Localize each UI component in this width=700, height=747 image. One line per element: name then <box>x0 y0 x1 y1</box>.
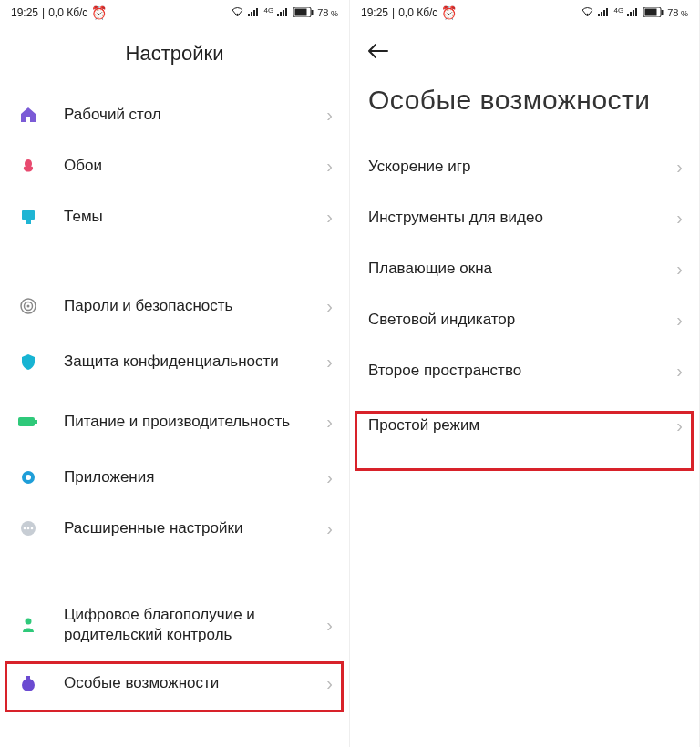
row-label: Обои <box>64 156 326 176</box>
row-floating-windows[interactable]: Плавающие окна › <box>350 243 699 294</box>
chevron-right-icon: › <box>326 615 333 636</box>
svg-rect-3 <box>253 10 255 16</box>
battery-pct: 78 % <box>667 7 688 18</box>
signal-icon-2 <box>277 7 290 18</box>
svg-point-28 <box>586 14 588 15</box>
row-apps[interactable]: Приложения › <box>0 452 349 503</box>
row-second-space[interactable]: Второе пространство › <box>350 345 699 396</box>
themes-icon <box>18 207 38 227</box>
signal-icon <box>598 7 611 18</box>
privacy-icon <box>18 352 38 372</box>
row-label: Особые возможности <box>64 673 326 693</box>
chevron-right-icon: › <box>676 157 683 178</box>
features-list: Ускорение игр › Инструменты для видео › … <box>350 141 699 451</box>
status-left: 19:25 | 0,0 Кб/с ⏰ <box>11 5 107 20</box>
svg-rect-36 <box>635 8 637 16</box>
row-label: Световой индикатор <box>368 310 676 330</box>
row-themes[interactable]: Темы › <box>0 191 349 242</box>
svg-rect-31 <box>603 10 605 16</box>
chevron-right-icon: › <box>676 208 683 229</box>
row-special-features[interactable]: Особые возможности › <box>0 658 349 709</box>
chevron-right-icon: › <box>326 412 333 433</box>
battery-pct: 78 % <box>317 7 338 18</box>
security-icon <box>18 296 38 316</box>
alarm-icon: ⏰ <box>91 5 107 20</box>
row-label: Простой режим <box>368 415 676 435</box>
svg-point-25 <box>26 619 32 625</box>
apps-icon <box>18 467 38 487</box>
chevron-right-icon: › <box>326 352 333 373</box>
row-label: Приложения <box>64 467 326 487</box>
signal-icon-2 <box>627 7 640 18</box>
advanced-icon <box>18 518 38 538</box>
svg-rect-1 <box>248 14 250 16</box>
svg-rect-39 <box>662 10 664 15</box>
svg-rect-33 <box>627 14 629 16</box>
row-label: Защита конфиденциальности <box>64 352 326 372</box>
row-advanced[interactable]: Расширенные настройки › <box>0 503 349 554</box>
page-title: Настройки <box>0 26 349 89</box>
svg-rect-32 <box>606 8 608 16</box>
chevron-right-icon: › <box>326 296 333 317</box>
svg-point-22 <box>24 527 26 530</box>
chevron-right-icon: › <box>676 361 683 382</box>
features-icon <box>18 673 38 693</box>
row-label: Рабочий стол <box>64 105 326 125</box>
wallpaper-icon <box>18 156 38 176</box>
svg-point-20 <box>26 475 31 480</box>
svg-rect-8 <box>285 8 287 16</box>
row-label: Питание и производительность <box>64 412 326 432</box>
chevron-right-icon: › <box>676 415 683 436</box>
svg-rect-2 <box>251 12 252 16</box>
row-privacy[interactable]: Защита конфиденциальности › <box>0 332 349 392</box>
row-label: Пароли и безопасность <box>64 296 326 316</box>
chevron-right-icon: › <box>326 518 333 539</box>
row-wallpaper[interactable]: Обои › <box>0 140 349 191</box>
row-desktop[interactable]: Рабочий стол › <box>0 89 349 140</box>
svg-point-0 <box>236 14 238 15</box>
row-label: Темы <box>64 207 326 227</box>
chevron-right-icon: › <box>326 207 333 228</box>
network-label: 4G <box>264 6 274 15</box>
row-label: Инструменты для видео <box>368 208 676 228</box>
svg-rect-12 <box>22 210 35 220</box>
chevron-right-icon: › <box>326 156 333 177</box>
chevron-right-icon: › <box>326 673 333 694</box>
row-label: Расширенные настройки <box>64 518 326 538</box>
svg-point-16 <box>27 305 30 308</box>
svg-rect-18 <box>35 420 37 424</box>
row-simple-mode[interactable]: Простой режим › <box>350 400 699 451</box>
status-speed: 0,0 Кб/с <box>398 6 438 19</box>
svg-rect-35 <box>633 10 634 16</box>
features-screen: 19:25 | 0,0 Кб/с ⏰ 4G 78 % Особые возмож… <box>350 0 700 747</box>
row-wellbeing[interactable]: Цифровое благополучие и родительский кон… <box>0 592 349 658</box>
chevron-right-icon: › <box>676 310 683 331</box>
svg-rect-7 <box>283 10 284 16</box>
svg-point-24 <box>31 527 34 530</box>
row-game-boost[interactable]: Ускорение игр › <box>350 141 699 192</box>
row-label: Плавающие окна <box>368 259 676 279</box>
battery-icon <box>293 7 314 19</box>
chevron-right-icon: › <box>326 467 333 488</box>
status-time: 19:25 <box>11 6 38 19</box>
row-battery-perf[interactable]: Питание и производительность › <box>0 392 349 452</box>
network-label: 4G <box>614 6 624 15</box>
status-speed: 0,0 Кб/с <box>48 6 88 19</box>
settings-screen: 19:25 | 0,0 Кб/с ⏰ 4G 78 % Настройки <box>0 0 350 747</box>
back-button[interactable] <box>350 26 699 67</box>
svg-rect-5 <box>277 14 279 16</box>
row-label: Второе пространство <box>368 361 676 381</box>
status-bar: 19:25 | 0,0 Кб/с ⏰ 4G 78 % <box>0 0 349 26</box>
svg-rect-11 <box>312 10 314 15</box>
row-label: Ускорение игр <box>368 157 676 177</box>
row-video-tools[interactable]: Инструменты для видео › <box>350 192 699 243</box>
page-title: Особые возможности <box>350 67 699 141</box>
wellbeing-icon <box>18 615 38 635</box>
svg-rect-10 <box>295 8 307 15</box>
row-passwords[interactable]: Пароли и безопасность › <box>0 281 349 332</box>
chevron-right-icon: › <box>676 259 683 280</box>
home-icon <box>18 105 38 125</box>
svg-point-23 <box>27 527 30 530</box>
row-led[interactable]: Световой индикатор › <box>350 294 699 345</box>
status-right: 4G 78 % <box>581 6 688 19</box>
